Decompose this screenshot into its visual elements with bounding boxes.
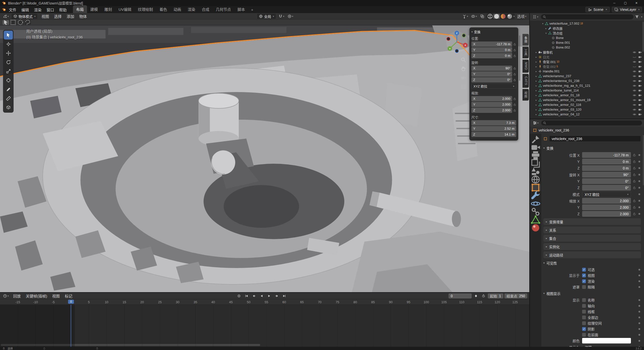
properties-scrollbar[interactable]: [643, 135, 644, 185]
expand-arrow-icon[interactable]: ▸: [535, 61, 538, 63]
next-keyframe-button[interactable]: [273, 293, 280, 298]
prop-number-field[interactable]: 2.000: [582, 198, 631, 204]
timeline-menu-0[interactable]: 回放: [11, 292, 23, 299]
animate-dot[interactable]: [638, 200, 640, 202]
animate-dot[interactable]: [638, 269, 640, 271]
timeline-track-area[interactable]: -15-10-505101520253035404550556065707580…: [0, 299, 529, 347]
measure-tool[interactable]: [4, 94, 13, 103]
navigation-gizmo[interactable]: Z X Y: [445, 30, 469, 54]
render-visibility-icon[interactable]: [638, 103, 642, 107]
lock-icon[interactable]: [513, 103, 516, 106]
viewport-menu-0[interactable]: 视图: [39, 13, 52, 20]
outliner-row[interactable]: ▸ vehicle#ex_armor_01_18: [530, 93, 644, 98]
eye-icon[interactable]: [632, 89, 636, 92]
animate-dot[interactable]: [638, 334, 640, 336]
viewport-menu-1[interactable]: 选择: [52, 13, 64, 20]
animate-dot[interactable]: [638, 328, 640, 330]
workspace-tab-1[interactable]: 建模: [87, 5, 101, 13]
color-swatch[interactable]: [582, 338, 631, 343]
lock-icon[interactable]: [632, 212, 636, 215]
snap-toggle[interactable]: ▾: [277, 14, 285, 19]
np-rotation-x-field[interactable]: X 90°: [471, 66, 512, 71]
outliner-row[interactable]: ▸ vehicle#ex_armor_04_12: [530, 112, 644, 117]
timeline-editor-type-button[interactable]: ▾: [2, 293, 10, 298]
prop-number-field[interactable]: 0°: [582, 178, 631, 184]
expand-arrow-icon[interactable]: ▸: [535, 56, 538, 58]
filter-icon[interactable]: ▾: [638, 8, 639, 11]
show-gizmo-toggle[interactable]: ▾: [461, 14, 469, 19]
move-tool[interactable]: [4, 49, 13, 58]
shading-material-button[interactable]: [500, 14, 506, 19]
render-visibility-icon[interactable]: [638, 113, 642, 116]
close-icon[interactable]: ✕: [606, 8, 608, 11]
eye-icon[interactable]: [632, 98, 636, 102]
annotate-tool[interactable]: [4, 85, 13, 94]
scale-tool[interactable]: [4, 67, 13, 76]
lock-icon[interactable]: [513, 43, 516, 46]
checkbox[interactable]: [582, 285, 586, 289]
lock-icon[interactable]: [513, 109, 516, 112]
rotate-tool[interactable]: [4, 58, 13, 67]
workspace-tab-6[interactable]: 动画: [170, 5, 184, 13]
outliner-row[interactable]: ▾ vehicle#fuse_17.002 18: [530, 21, 644, 26]
expand-arrow-icon[interactable]: ▸: [535, 89, 538, 92]
n-panel-tab-1[interactable]: 工具: [522, 47, 529, 58]
properties-tab-output[interactable]: [531, 152, 541, 159]
filter-funnel-icon[interactable]: [635, 15, 639, 19]
expand-arrow-icon[interactable]: ▸: [535, 94, 538, 97]
outliner-search-input[interactable]: [541, 14, 634, 19]
outliner-row[interactable]: Bone.002: [530, 45, 644, 50]
expand-arrow-icon[interactable]: ▸: [544, 27, 548, 30]
expand-arrow-icon[interactable]: ▸: [535, 104, 538, 106]
frame-start-field[interactable]: 起始 1: [488, 293, 503, 298]
render-visibility-icon[interactable]: [638, 94, 642, 97]
select-arrow-mode-button[interactable]: [3, 20, 9, 25]
lock-icon[interactable]: [632, 199, 636, 202]
eye-icon[interactable]: [632, 84, 636, 88]
timeline-menu-3[interactable]: 标记: [62, 292, 75, 299]
checkbox[interactable]: ✓: [582, 279, 586, 283]
lock-icon[interactable]: [632, 180, 636, 183]
outliner-scrollbar[interactable]: [642, 22, 644, 52]
pan-hand-icon[interactable]: [461, 66, 466, 71]
frame-end-field[interactable]: 结束点 250: [504, 293, 527, 298]
add-workspace-button[interactable]: +: [249, 6, 256, 13]
render-visibility-icon[interactable]: [638, 79, 642, 83]
lock-icon[interactable]: [632, 173, 636, 176]
playhead[interactable]: [71, 305, 71, 347]
lock-icon[interactable]: [632, 153, 636, 157]
eye-icon[interactable]: [632, 51, 636, 54]
properties-tab-physics[interactable]: [531, 200, 541, 207]
tweak-select-tool[interactable]: [4, 31, 13, 39]
render-visibility-icon[interactable]: [638, 51, 642, 54]
expand-arrow-icon[interactable]: ▸: [535, 108, 538, 111]
expand-arrow-icon[interactable]: ▸: [535, 113, 538, 116]
properties-search-input[interactable]: [541, 120, 642, 125]
eye-icon[interactable]: [632, 65, 636, 68]
render-visibility-icon[interactable]: [638, 89, 642, 92]
collapsed-section-1[interactable]: ▸ 关系: [543, 227, 641, 233]
np-location-z-field[interactable]: Z 0 m: [471, 53, 512, 58]
close-button[interactable]: ✕: [631, 0, 642, 6]
properties-tab-tool[interactable]: [531, 136, 541, 143]
n-panel-tab-2[interactable]: MMD: [522, 60, 529, 73]
rotation-mode-dropdown[interactable]: XYZ 欧拉▾: [471, 83, 516, 89]
prop-number-field[interactable]: 90°: [582, 172, 631, 178]
timeline-ruler[interactable]: -15-10-505101520253035404550556065707580…: [0, 299, 529, 305]
stopwatch-button[interactable]: [480, 293, 487, 298]
outliner-row[interactable]: ▸ 日光: [530, 55, 644, 59]
render-visibility-icon[interactable]: [638, 98, 642, 102]
animate-dot[interactable]: [638, 193, 640, 195]
np-dimensions-x-field[interactable]: X 7.3 m: [471, 120, 516, 125]
camera-view-icon[interactable]: [461, 75, 466, 80]
collapsed-section-2[interactable]: ▸ 集合: [543, 235, 641, 242]
add-cube-tool[interactable]: [4, 103, 13, 112]
topbar-menu-0[interactable]: 文件: [6, 6, 19, 13]
properties-tab-viewlayer[interactable]: [531, 160, 541, 167]
viewport-canvas[interactable]: 用户透视 (局部) (0) 场景集合 | vehicle#x_root_236: [0, 25, 529, 292]
animate-dot[interactable]: [638, 174, 640, 176]
collapsed-section-3[interactable]: ▸ 实例化: [543, 243, 641, 250]
outliner-row[interactable]: ▸ vehicle#ammo_237: [530, 74, 644, 78]
render-visibility-icon[interactable]: [638, 74, 642, 78]
outliner-row[interactable]: ▸ 骨架.001 10: [530, 59, 644, 64]
